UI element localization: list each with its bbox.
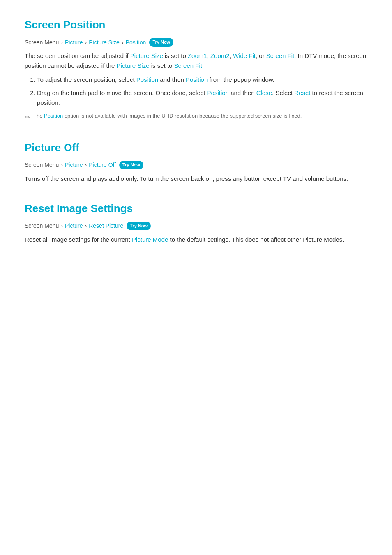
breadcrumb-sep-7: › xyxy=(85,221,87,230)
breadcrumb-sep-6: › xyxy=(61,221,63,230)
picture-off-body: Turns off the screen and plays audio onl… xyxy=(25,174,367,184)
screen-position-note: ✏ The Position option is not available w… xyxy=(25,112,367,123)
highlight-wide-fit[interactable]: Wide Fit xyxy=(233,52,256,59)
reset-image-settings-title: Reset Image Settings xyxy=(25,200,367,217)
reset-image-settings-section: Reset Image Settings Screen Menu › Pictu… xyxy=(25,200,367,245)
try-now-badge-screen-position[interactable]: Try Now xyxy=(149,38,173,47)
breadcrumb-sep-2: › xyxy=(85,38,87,47)
reset-image-settings-body: Reset all image settings for the current… xyxy=(25,235,367,245)
highlight-position-1[interactable]: Position xyxy=(136,76,158,83)
screen-position-steps: To adjust the screen position, select Po… xyxy=(37,75,367,108)
highlight-position-note[interactable]: Position xyxy=(44,113,63,119)
step-2: Drag on the touch pad to move the screen… xyxy=(37,88,367,108)
highlight-close[interactable]: Close xyxy=(256,89,272,96)
highlight-reset[interactable]: Reset xyxy=(294,89,310,96)
screen-position-title: Screen Position xyxy=(25,16,367,34)
highlight-picture-size-2[interactable]: Picture Size xyxy=(117,62,150,69)
note-text: The Position option is not available wit… xyxy=(33,112,302,120)
breadcrumb-picture[interactable]: Picture xyxy=(65,38,83,47)
try-now-badge-picture-off[interactable]: Try Now xyxy=(119,161,143,170)
breadcrumb-screen-menu: Screen Menu xyxy=(25,38,59,47)
note-icon: ✏ xyxy=(25,112,30,123)
try-now-badge-reset-picture[interactable]: Try Now xyxy=(127,222,151,231)
highlight-zoom1[interactable]: Zoom1 xyxy=(188,52,207,59)
step-1: To adjust the screen position, select Po… xyxy=(37,75,367,85)
screen-position-breadcrumb: Screen Menu › Picture › Picture Size › P… xyxy=(25,38,367,47)
screen-position-body: The screen position can be adjusted if P… xyxy=(25,51,367,71)
breadcrumb-screen-menu-2: Screen Menu xyxy=(25,160,59,169)
breadcrumb-sep-4: › xyxy=(61,160,63,169)
breadcrumb-reset-picture[interactable]: Reset Picture xyxy=(89,221,123,230)
breadcrumb-picture-size[interactable]: Picture Size xyxy=(89,38,120,47)
breadcrumb-screen-menu-3: Screen Menu xyxy=(25,221,59,230)
picture-off-title: Picture Off xyxy=(25,139,367,157)
breadcrumb-sep-5: › xyxy=(85,160,87,169)
highlight-screen-fit-2[interactable]: Screen Fit xyxy=(174,62,202,69)
picture-off-breadcrumb: Screen Menu › Picture › Picture Off Try … xyxy=(25,160,367,169)
highlight-screen-fit-1[interactable]: Screen Fit xyxy=(266,52,294,59)
reset-image-breadcrumb: Screen Menu › Picture › Reset Picture Tr… xyxy=(25,221,367,230)
breadcrumb-picture-off[interactable]: Picture Off xyxy=(89,160,116,169)
highlight-position-2[interactable]: Position xyxy=(186,76,208,83)
breadcrumb-picture-2[interactable]: Picture xyxy=(65,160,83,169)
breadcrumb-sep-1: › xyxy=(61,38,63,47)
highlight-picture-mode[interactable]: Picture Mode xyxy=(132,236,168,243)
breadcrumb-sep-3: › xyxy=(122,38,124,47)
breadcrumb-picture-3[interactable]: Picture xyxy=(65,221,83,230)
breadcrumb-position[interactable]: Position xyxy=(126,38,146,47)
screen-position-section: Screen Position Screen Menu › Picture › … xyxy=(25,16,367,123)
highlight-zoom2[interactable]: Zoom2 xyxy=(210,52,230,59)
highlight-picture-size-1[interactable]: Picture Size xyxy=(130,52,163,59)
picture-off-section: Picture Off Screen Menu › Picture › Pict… xyxy=(25,139,367,184)
highlight-position-3[interactable]: Position xyxy=(207,89,229,96)
